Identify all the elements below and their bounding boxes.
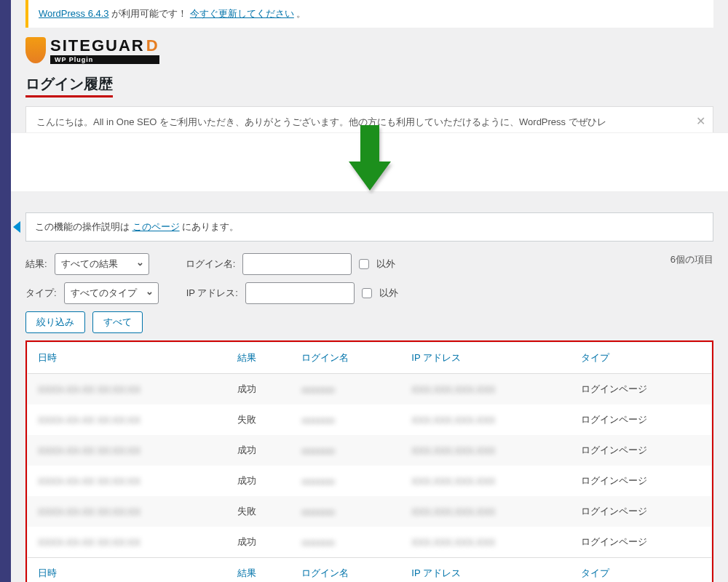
col-result-foot[interactable]: 結果 <box>227 558 291 583</box>
filter-bar-2: タイプ: すべてのタイプ IP アドレス: 以外 <box>25 282 713 304</box>
all-button[interactable]: すべて <box>92 311 143 333</box>
cell-result: 失敗 <box>227 496 291 527</box>
cell-datetime: XXXX-XX-XX XX:XX:XX <box>28 466 227 496</box>
table-row: XXXX-XX-XX XX:XX:XX失敗xxxxxxxXXX.XXX.XXX.… <box>28 496 711 527</box>
help-link[interactable]: このページ <box>132 221 180 232</box>
cell-type: ログインページ <box>571 374 711 405</box>
cell-ip: XXX.XXX.XXX.XXX <box>401 527 570 558</box>
col-login-foot[interactable]: ログイン名 <box>291 558 401 583</box>
col-ip-foot[interactable]: IP アドレス <box>401 558 570 583</box>
help-bar: この機能の操作説明は このページ にあります。 <box>25 212 713 242</box>
cell-login: xxxxxxx <box>291 435 401 466</box>
cell-datetime: XXXX-XX-XX XX:XX:XX <box>28 527 227 558</box>
filter-bar: 結果: すべての結果 ログイン名: 以外 6個の項目 <box>25 253 713 275</box>
update-notice: WordPress 6.4.3 が利用可能です！ 今すぐ更新してください 。 <box>25 0 713 28</box>
cell-type: ログインページ <box>571 527 711 558</box>
login-input[interactable] <box>242 253 352 275</box>
type-filter-label: タイプ: <box>25 287 57 300</box>
cell-result: 成功 <box>227 466 291 496</box>
table-row: XXXX-XX-XX XX:XX:XX成功xxxxxxxXXX.XXX.XXX.… <box>28 435 711 466</box>
filter-button[interactable]: 絞り込み <box>25 311 85 333</box>
update-period: 。 <box>296 8 306 19</box>
table-row: XXXX-XX-XX XX:XX:XX成功xxxxxxxXXX.XXX.XXX.… <box>28 374 711 405</box>
cell-datetime: XXXX-XX-XX XX:XX:XX <box>28 435 227 466</box>
ip-filter-label: IP アドレス: <box>186 287 238 300</box>
brand-text-black: SITEGUAR <box>50 36 145 55</box>
cell-ip: XXX.XXX.XXX.XXX <box>401 435 570 466</box>
ip-input[interactable] <box>245 282 355 304</box>
cell-type: ログインページ <box>571 496 711 527</box>
help-pointer-icon <box>13 221 20 233</box>
aioseo-text: こんにちは。All in One SEO をご利用いただき、ありがとうございます… <box>36 116 606 127</box>
cell-ip: XXX.XXX.XXX.XXX <box>401 404 570 435</box>
close-icon[interactable]: ✕ <box>696 114 705 128</box>
cell-login: xxxxxxx <box>291 496 401 527</box>
cell-ip: XXX.XXX.XXX.XXX <box>401 496 570 527</box>
cell-result: 失敗 <box>227 404 291 435</box>
col-result[interactable]: 結果 <box>227 343 291 374</box>
cell-type: ログインページ <box>571 466 711 496</box>
update-available-text: が利用可能です！ <box>111 8 187 19</box>
table-row: XXXX-XX-XX XX:XX:XX失敗xxxxxxxXXX.XXX.XXX.… <box>28 404 711 435</box>
col-login[interactable]: ログイン名 <box>291 343 401 374</box>
help-suffix: にあります。 <box>182 221 239 232</box>
cell-datetime: XXXX-XX-XX XX:XX:XX <box>28 496 227 527</box>
ip-exclude-checkbox[interactable] <box>362 288 372 298</box>
table-row: XXXX-XX-XX XX:XX:XX成功xxxxxxxXXX.XXX.XXX.… <box>28 466 711 496</box>
col-datetime[interactable]: 日時 <box>28 343 227 374</box>
login-filter-label: ログイン名: <box>186 258 236 271</box>
brand-text-orange: D <box>146 36 159 55</box>
cell-type: ログインページ <box>571 404 711 435</box>
cell-type: ログインページ <box>571 435 711 466</box>
cell-login: xxxxxxx <box>291 466 401 496</box>
result-filter-label: 結果: <box>25 258 47 271</box>
cell-login: xxxxxxx <box>291 404 401 435</box>
cell-datetime: XXXX-XX-XX XX:XX:XX <box>28 374 227 405</box>
login-exclude-checkbox[interactable] <box>359 259 369 269</box>
type-select[interactable]: すべてのタイプ <box>64 282 159 304</box>
cell-login: xxxxxxx <box>291 374 401 405</box>
cell-login: xxxxxxx <box>291 527 401 558</box>
history-table: 日時 結果 ログイン名 IP アドレス タイプ XXXX-XX-XX XX:XX… <box>28 343 711 582</box>
page-title: ログイン履歴 <box>25 74 113 97</box>
history-table-wrap: 日時 結果 ログイン名 IP アドレス タイプ XXXX-XX-XX XX:XX… <box>25 340 713 582</box>
result-select[interactable]: すべての結果 <box>55 253 149 275</box>
filter-buttons-row: 絞り込み すべて <box>25 311 713 333</box>
brand-tagline: WP Plugin <box>50 55 159 64</box>
siteguard-logo: SITEGUARD WP Plugin <box>25 36 713 64</box>
cell-ip: XXX.XXX.XXX.XXX <box>401 466 570 496</box>
col-datetime-foot[interactable]: 日時 <box>28 558 227 583</box>
col-type[interactable]: タイプ <box>571 343 711 374</box>
cell-result: 成功 <box>227 527 291 558</box>
login-exclude-label: 以外 <box>376 258 395 271</box>
cell-ip: XXX.XXX.XXX.XXX <box>401 374 570 405</box>
cell-result: 成功 <box>227 435 291 466</box>
help-prefix: この機能の操作説明は <box>35 221 132 232</box>
cell-result: 成功 <box>227 374 291 405</box>
wp-version-link[interactable]: WordPress 6.4.3 <box>39 8 109 19</box>
shield-icon <box>25 37 46 63</box>
col-ip[interactable]: IP アドレス <box>401 343 570 374</box>
table-row: XXXX-XX-XX XX:XX:XX成功xxxxxxxXXX.XXX.XXX.… <box>28 527 711 558</box>
col-type-foot[interactable]: タイプ <box>571 558 711 583</box>
update-now-link[interactable]: 今すぐ更新してください <box>190 8 294 19</box>
ip-exclude-label: 以外 <box>379 287 398 300</box>
item-count-top: 6個の項目 <box>670 253 713 266</box>
cell-datetime: XXXX-XX-XX XX:XX:XX <box>28 404 227 435</box>
